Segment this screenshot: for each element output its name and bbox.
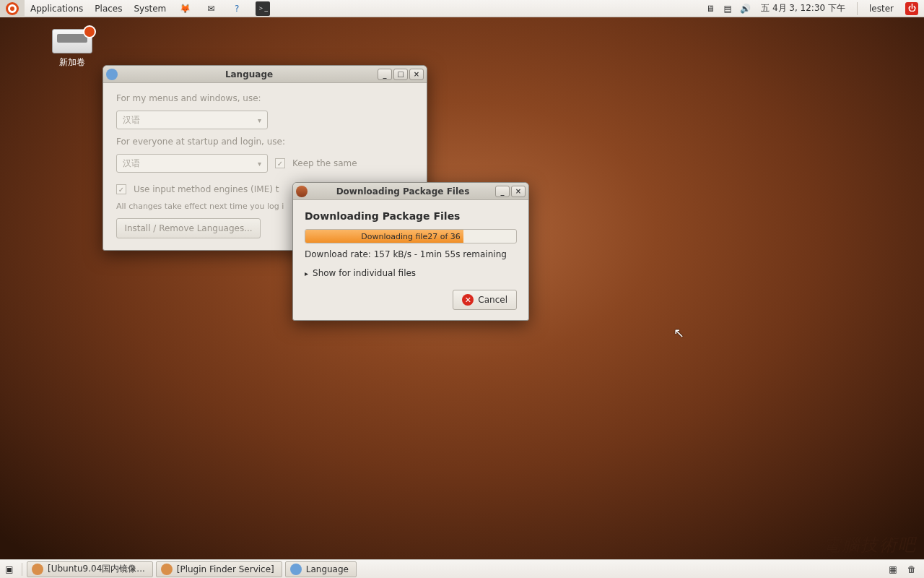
login-language-value: 汉语 bbox=[123, 158, 140, 170]
taskbar-label: Language bbox=[306, 564, 349, 574]
install-remove-languages-button[interactable]: Install / Remove Languages... bbox=[116, 218, 261, 238]
download-dialog: Downloading Package Files _ × Downloadin… bbox=[292, 182, 529, 321]
bottom-panel: ▣ [Ubuntu9.04国内镜像... [Plugin Finder Serv… bbox=[0, 559, 924, 578]
menus-language-value: 汉语 bbox=[123, 114, 140, 126]
keep-same-checkbox[interactable]: ✓ bbox=[275, 158, 285, 168]
login-language-label: For everyone at startup and login, use: bbox=[116, 137, 414, 147]
firefox-icon bbox=[161, 564, 173, 575]
package-icon bbox=[296, 186, 308, 197]
minimize-button[interactable]: _ bbox=[495, 186, 510, 197]
watermark: 電腦技術吧 bbox=[823, 533, 917, 556]
close-button[interactable]: × bbox=[511, 186, 526, 197]
terminal-launcher-icon[interactable]: ＞_ bbox=[250, 0, 276, 17]
language-window-title: Language bbox=[121, 69, 378, 79]
drive-label: 新加卷 bbox=[43, 56, 101, 69]
language-titlebar[interactable]: Language _ □ × bbox=[103, 66, 427, 83]
trash-icon[interactable]: 🗑 bbox=[905, 562, 919, 577]
triangle-right-icon: ▸ bbox=[305, 269, 308, 277]
workspace-switcher[interactable]: ▦ bbox=[886, 562, 900, 577]
separator bbox=[857, 2, 858, 15]
update-tray-icon[interactable]: 🖥 bbox=[703, 1, 718, 16]
user-menu[interactable]: lester bbox=[863, 0, 899, 17]
expander-label: Show for individual files bbox=[313, 268, 416, 278]
taskbar-item-language[interactable]: Language bbox=[285, 561, 357, 577]
login-language-combo[interactable]: 汉语 ▾ bbox=[116, 154, 268, 173]
close-button[interactable]: × bbox=[409, 69, 424, 80]
download-rate: Download rate: 157 kB/s - 1min 55s remai… bbox=[305, 249, 517, 259]
menu-places[interactable]: Places bbox=[89, 0, 128, 17]
help-launcher-icon[interactable]: ? bbox=[224, 0, 250, 17]
taskbar-item-plugin-finder[interactable]: [Plugin Finder Service] bbox=[156, 561, 282, 577]
mail-launcher-icon[interactable]: ✉ bbox=[198, 0, 224, 17]
taskbar-item-firefox[interactable]: [Ubuntu9.04国内镜像... bbox=[27, 561, 153, 577]
maximize-button[interactable]: □ bbox=[393, 69, 408, 80]
globe-icon bbox=[290, 564, 302, 575]
ime-label: Use input method engines (IME) t bbox=[134, 184, 279, 194]
volume-tray-icon[interactable]: 🔊 bbox=[738, 1, 752, 16]
menu-applications[interactable]: Applications bbox=[25, 0, 89, 17]
download-titlebar[interactable]: Downloading Package Files _ × bbox=[293, 183, 528, 200]
network-tray-icon[interactable]: ▤ bbox=[720, 1, 735, 16]
mouse-cursor: ↖ bbox=[674, 325, 684, 340]
cancel-button[interactable]: ✕ Cancel bbox=[453, 290, 517, 310]
cancel-label: Cancel bbox=[478, 295, 507, 305]
cancel-icon: ✕ bbox=[462, 294, 474, 306]
menu-system[interactable]: System bbox=[128, 0, 172, 17]
drive-icon bbox=[52, 29, 92, 53]
shutdown-button[interactable]: ⏻ bbox=[902, 0, 921, 17]
show-desktop-button[interactable]: ▣ bbox=[2, 562, 17, 577]
show-individual-files-expander[interactable]: ▸ Show for individual files bbox=[305, 268, 517, 278]
keep-same-label: Keep the same bbox=[292, 158, 357, 168]
ime-checkbox[interactable]: ✓ bbox=[116, 184, 126, 194]
taskbar-label: [Plugin Finder Service] bbox=[177, 564, 274, 574]
download-window-title: Downloading Package Files bbox=[310, 186, 495, 197]
chevron-down-icon: ▾ bbox=[258, 116, 261, 124]
download-heading: Downloading Package Files bbox=[305, 210, 517, 222]
top-panel: Applications Places System 🦊 ✉ ? ＞_ 🖥 ▤ … bbox=[0, 0, 924, 17]
minimize-button[interactable]: _ bbox=[378, 69, 392, 80]
progress-bar: Downloading file 27 of 36 bbox=[305, 229, 517, 243]
clock[interactable]: 五 4月 3, 12:30 下午 bbox=[755, 0, 851, 17]
globe-icon bbox=[106, 69, 118, 80]
progress-text: Downloading file 27 of 36 bbox=[305, 230, 516, 243]
menus-language-combo[interactable]: 汉语 ▾ bbox=[116, 111, 268, 129]
separator bbox=[22, 563, 22, 576]
ubuntu-menu-icon[interactable] bbox=[0, 0, 25, 17]
taskbar-label: [Ubuntu9.04国内镜像... bbox=[48, 563, 145, 575]
menus-language-label: For my menus and windows, use: bbox=[116, 93, 414, 103]
firefox-launcher-icon[interactable]: 🦊 bbox=[172, 0, 198, 17]
desktop-drive-icon[interactable]: 新加卷 bbox=[43, 29, 101, 69]
firefox-icon bbox=[32, 564, 43, 575]
chevron-down-icon: ▾ bbox=[258, 160, 261, 168]
